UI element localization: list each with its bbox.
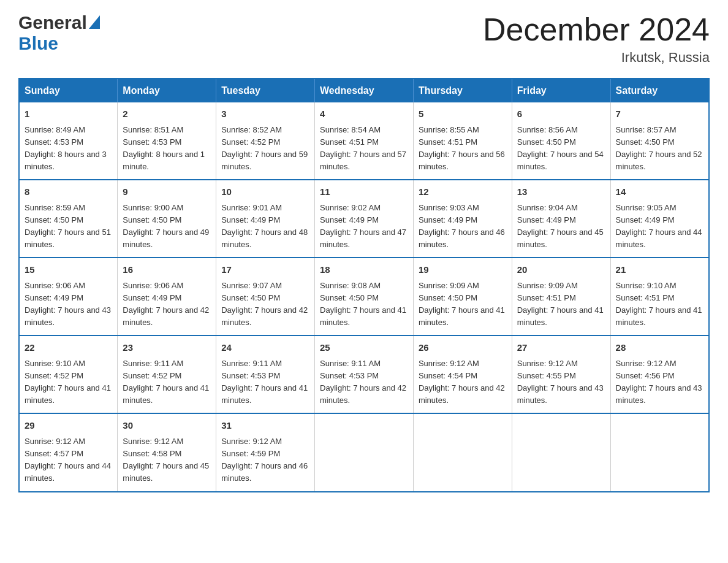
day-info: Sunrise: 8:54 AMSunset: 4:51 PMDaylight:…: [320, 124, 408, 174]
day-number: 10: [221, 185, 309, 199]
day-number: 16: [123, 263, 211, 277]
calendar-day-cell: 16Sunrise: 9:06 AMSunset: 4:49 PMDayligh…: [118, 258, 216, 335]
day-number: 11: [320, 185, 408, 199]
calendar-day-cell: 12Sunrise: 9:03 AMSunset: 4:49 PMDayligh…: [413, 180, 512, 258]
calendar-day-cell: 9Sunrise: 9:00 AMSunset: 4:50 PMDaylight…: [118, 180, 216, 258]
day-info: Sunrise: 8:49 AMSunset: 4:53 PMDaylight:…: [25, 124, 112, 174]
logo-triangle-icon: [89, 15, 100, 29]
day-info: Sunrise: 9:06 AMSunset: 4:49 PMDaylight:…: [123, 280, 211, 329]
logo-blue-text: Blue: [18, 33, 58, 53]
calendar-week-row: 15Sunrise: 9:06 AMSunset: 4:49 PMDayligh…: [19, 258, 709, 335]
day-info: Sunrise: 8:57 AMSunset: 4:50 PMDaylight:…: [616, 124, 703, 174]
calendar-day-cell: 28Sunrise: 9:12 AMSunset: 4:56 PMDayligh…: [610, 335, 709, 413]
day-number: 3: [221, 107, 309, 121]
day-number: 12: [419, 185, 507, 199]
calendar-day-cell: 7Sunrise: 8:57 AMSunset: 4:50 PMDaylight…: [610, 102, 709, 180]
day-info: Sunrise: 9:10 AMSunset: 4:52 PMDaylight:…: [25, 358, 112, 407]
calendar-week-row: 8Sunrise: 8:59 AMSunset: 4:50 PMDaylight…: [19, 180, 709, 258]
title-section: December 2024 Irkutsk, Russia: [483, 12, 710, 66]
calendar-day-cell: 27Sunrise: 9:12 AMSunset: 4:55 PMDayligh…: [512, 335, 610, 413]
day-number: 9: [123, 185, 211, 199]
day-number: 27: [517, 341, 605, 355]
header-saturday: Saturday: [610, 79, 709, 102]
calendar-day-cell: 22Sunrise: 9:10 AMSunset: 4:52 PMDayligh…: [19, 335, 118, 413]
location: Irkutsk, Russia: [483, 50, 710, 66]
calendar-day-cell: [413, 413, 512, 491]
day-number: 6: [517, 107, 605, 121]
calendar-header-row: Sunday Monday Tuesday Wednesday Thursday…: [19, 79, 709, 102]
day-info: Sunrise: 9:12 AMSunset: 4:57 PMDaylight:…: [25, 435, 112, 485]
calendar-day-cell: 5Sunrise: 8:55 AMSunset: 4:51 PMDaylight…: [413, 102, 512, 180]
day-info: Sunrise: 9:10 AMSunset: 4:51 PMDaylight:…: [616, 280, 703, 329]
calendar-day-cell: 31Sunrise: 9:12 AMSunset: 4:59 PMDayligh…: [216, 413, 315, 491]
day-info: Sunrise: 9:02 AMSunset: 4:49 PMDaylight:…: [320, 202, 408, 251]
day-number: 14: [616, 185, 703, 199]
day-info: Sunrise: 9:04 AMSunset: 4:49 PMDaylight:…: [517, 202, 605, 251]
calendar-day-cell: [315, 413, 414, 491]
logo: General Blue: [18, 12, 100, 54]
day-number: 18: [320, 263, 408, 277]
day-info: Sunrise: 9:07 AMSunset: 4:50 PMDaylight:…: [221, 280, 309, 329]
calendar-day-cell: [610, 413, 709, 491]
day-info: Sunrise: 9:12 AMSunset: 4:59 PMDaylight:…: [221, 435, 309, 485]
calendar-day-cell: 13Sunrise: 9:04 AMSunset: 4:49 PMDayligh…: [512, 180, 610, 258]
day-info: Sunrise: 8:59 AMSunset: 4:50 PMDaylight:…: [25, 202, 112, 251]
month-title: December 2024: [483, 12, 710, 47]
calendar-day-cell: 20Sunrise: 9:09 AMSunset: 4:51 PMDayligh…: [512, 258, 610, 335]
day-info: Sunrise: 9:12 AMSunset: 4:55 PMDaylight:…: [517, 358, 605, 407]
calendar-day-cell: 24Sunrise: 9:11 AMSunset: 4:53 PMDayligh…: [216, 335, 315, 413]
day-info: Sunrise: 9:11 AMSunset: 4:53 PMDaylight:…: [221, 358, 309, 407]
day-number: 7: [616, 107, 703, 121]
day-info: Sunrise: 9:06 AMSunset: 4:49 PMDaylight:…: [25, 280, 112, 329]
day-info: Sunrise: 9:09 AMSunset: 4:51 PMDaylight:…: [517, 280, 605, 329]
day-info: Sunrise: 9:01 AMSunset: 4:49 PMDaylight:…: [221, 202, 309, 251]
header-tuesday: Tuesday: [216, 79, 315, 102]
day-info: Sunrise: 8:51 AMSunset: 4:53 PMDaylight:…: [123, 124, 211, 174]
calendar-day-cell: 17Sunrise: 9:07 AMSunset: 4:50 PMDayligh…: [216, 258, 315, 335]
day-info: Sunrise: 9:00 AMSunset: 4:50 PMDaylight:…: [123, 202, 211, 251]
day-info: Sunrise: 8:55 AMSunset: 4:51 PMDaylight:…: [419, 124, 507, 174]
day-number: 26: [419, 341, 507, 355]
day-info: Sunrise: 9:03 AMSunset: 4:49 PMDaylight:…: [419, 202, 507, 251]
day-info: Sunrise: 9:09 AMSunset: 4:50 PMDaylight:…: [419, 280, 507, 329]
day-number: 20: [517, 263, 605, 277]
header-monday: Monday: [118, 79, 216, 102]
day-info: Sunrise: 9:05 AMSunset: 4:49 PMDaylight:…: [616, 202, 703, 251]
day-info: Sunrise: 8:56 AMSunset: 4:50 PMDaylight:…: [517, 124, 605, 174]
header-friday: Friday: [512, 79, 610, 102]
calendar-day-cell: 19Sunrise: 9:09 AMSunset: 4:50 PMDayligh…: [413, 258, 512, 335]
day-info: Sunrise: 9:11 AMSunset: 4:52 PMDaylight:…: [123, 358, 211, 407]
calendar-day-cell: [512, 413, 610, 491]
day-number: 22: [25, 341, 112, 355]
day-number: 30: [123, 419, 211, 433]
header-sunday: Sunday: [19, 79, 118, 102]
header-thursday: Thursday: [413, 79, 512, 102]
day-number: 5: [419, 107, 507, 121]
calendar-day-cell: 4Sunrise: 8:54 AMSunset: 4:51 PMDaylight…: [315, 102, 414, 180]
calendar-day-cell: 14Sunrise: 9:05 AMSunset: 4:49 PMDayligh…: [610, 180, 709, 258]
calendar-day-cell: 18Sunrise: 9:08 AMSunset: 4:50 PMDayligh…: [315, 258, 414, 335]
calendar-day-cell: 15Sunrise: 9:06 AMSunset: 4:49 PMDayligh…: [19, 258, 118, 335]
day-number: 15: [25, 263, 112, 277]
calendar-table: Sunday Monday Tuesday Wednesday Thursday…: [18, 78, 710, 492]
day-info: Sunrise: 9:12 AMSunset: 4:54 PMDaylight:…: [419, 358, 507, 407]
calendar-day-cell: 26Sunrise: 9:12 AMSunset: 4:54 PMDayligh…: [413, 335, 512, 413]
calendar-day-cell: 6Sunrise: 8:56 AMSunset: 4:50 PMDaylight…: [512, 102, 610, 180]
calendar-day-cell: 10Sunrise: 9:01 AMSunset: 4:49 PMDayligh…: [216, 180, 315, 258]
day-info: Sunrise: 9:11 AMSunset: 4:53 PMDaylight:…: [320, 358, 408, 407]
day-info: Sunrise: 9:12 AMSunset: 4:56 PMDaylight:…: [616, 358, 703, 407]
day-number: 8: [25, 185, 112, 199]
calendar-day-cell: 23Sunrise: 9:11 AMSunset: 4:52 PMDayligh…: [118, 335, 216, 413]
calendar-day-cell: 11Sunrise: 9:02 AMSunset: 4:49 PMDayligh…: [315, 180, 414, 258]
day-number: 4: [320, 107, 408, 121]
day-number: 1: [25, 107, 112, 121]
day-info: Sunrise: 9:08 AMSunset: 4:50 PMDaylight:…: [320, 280, 408, 329]
calendar-week-row: 29Sunrise: 9:12 AMSunset: 4:57 PMDayligh…: [19, 413, 709, 491]
logo-general-text: General: [18, 12, 87, 33]
day-number: 29: [25, 419, 112, 433]
day-number: 13: [517, 185, 605, 199]
day-number: 28: [616, 341, 703, 355]
calendar-day-cell: 1Sunrise: 8:49 AMSunset: 4:53 PMDaylight…: [19, 102, 118, 180]
calendar-day-cell: 21Sunrise: 9:10 AMSunset: 4:51 PMDayligh…: [610, 258, 709, 335]
day-number: 21: [616, 263, 703, 277]
